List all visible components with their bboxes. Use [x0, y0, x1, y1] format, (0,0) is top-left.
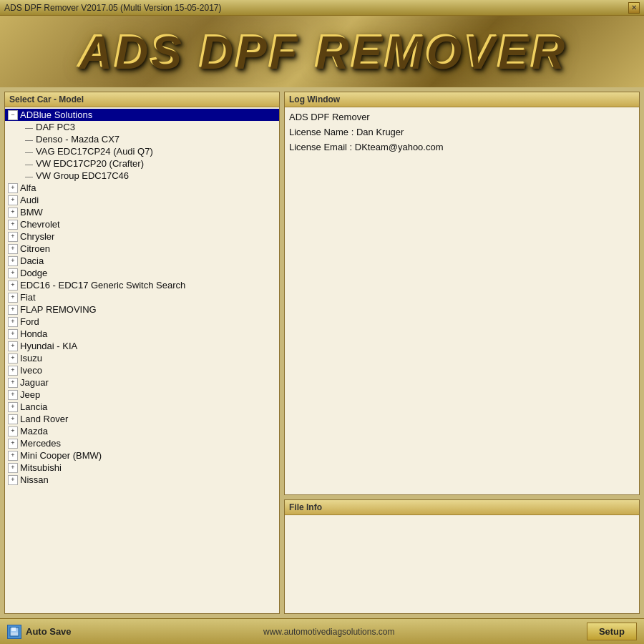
expand-icon[interactable]: +	[8, 232, 18, 242]
log-title: Log Window	[285, 92, 639, 107]
tree-child-item[interactable]: Denso - Mazda CX7	[5, 133, 279, 145]
expand-icon[interactable]: +	[8, 317, 18, 327]
expand-icon[interactable]: +	[8, 366, 18, 376]
tree-item-label: Fiat	[20, 292, 36, 303]
tree-item-mazda[interactable]: +Mazda	[5, 425, 279, 437]
website-text: www.automotivediagsolutions.com	[263, 627, 394, 637]
expand-icon[interactable]: +	[8, 195, 18, 205]
tree-area[interactable]: −ADBlue SolutionsDAF PC3Denso - Mazda CX…	[5, 107, 279, 613]
tree-item-label: Hyundai - KIA	[20, 341, 77, 351]
tree-item-label: Lancia	[20, 401, 47, 412]
expand-icon[interactable]: +	[8, 280, 18, 291]
select-car-title: Select Car - Model	[5, 92, 279, 107]
expand-icon[interactable]: +	[8, 244, 18, 254]
tree-item-label: FLAP REMOVING	[20, 304, 97, 315]
tree-item-nissan[interactable]: +Nissan	[5, 474, 279, 486]
auto-save-area: Auto Save	[7, 625, 72, 639]
tree-item-citroen[interactable]: +Citroen	[5, 243, 279, 255]
tree-item-ford[interactable]: +Ford	[5, 316, 279, 328]
right-panel: Log Window ADS DPF RemoverLicense Name :…	[284, 92, 640, 614]
tree-item-flap[interactable]: +FLAP REMOVING	[5, 303, 279, 316]
svg-rect-1	[11, 628, 16, 631]
left-panel: Select Car - Model −ADBlue SolutionsDAF …	[4, 92, 280, 614]
tree-item-isuzu[interactable]: +Isuzu	[5, 352, 279, 364]
save-icon	[7, 625, 21, 639]
tree-item-label: Honda	[20, 328, 47, 339]
tree-item-label: Dodge	[20, 268, 47, 278]
expand-icon[interactable]: +	[8, 475, 18, 485]
expand-icon[interactable]: +	[8, 353, 18, 364]
tree-item-jeep[interactable]: +Jeep	[5, 389, 279, 401]
tree-item-mitsubishi[interactable]: +Mitsubishi	[5, 462, 279, 474]
expand-icon[interactable]: +	[8, 256, 18, 266]
tree-item-label: Jaguar	[20, 377, 49, 388]
tree-item-label: Alfa	[20, 182, 36, 193]
log-panel: Log Window ADS DPF RemoverLicense Name :…	[284, 92, 640, 495]
expand-icon[interactable]: +	[8, 378, 18, 388]
tree-item-label: Chevrolet	[20, 219, 60, 230]
tree-item-label: BMW	[20, 207, 43, 218]
svg-rect-2	[11, 633, 18, 635]
tree-item-label: Mazda	[20, 426, 48, 436]
tree-item-alfa[interactable]: +Alfa	[5, 182, 279, 194]
expand-icon[interactable]: +	[8, 414, 18, 424]
tree-item-honda[interactable]: +Honda	[5, 328, 279, 340]
log-line: ADS DPF Remover	[289, 110, 635, 125]
expand-icon[interactable]: +	[8, 329, 18, 339]
expand-icon[interactable]: +	[8, 220, 18, 230]
tree-child-item[interactable]: VAG EDC17CP24 (Audi Q7)	[5, 145, 279, 157]
expand-icon[interactable]: −	[8, 110, 18, 120]
tree-item-minicooper[interactable]: +Mini Cooper (BMW)	[5, 449, 279, 462]
auto-save-label: Auto Save	[26, 626, 72, 637]
expand-icon[interactable]: +	[8, 268, 18, 278]
logo-text: ADS DPF REMOVER	[78, 25, 566, 78]
tree-item-adblue[interactable]: −ADBlue Solutions	[5, 109, 279, 121]
tree-item-label: Dacia	[20, 255, 44, 266]
tree-item-label: Land Rover	[20, 414, 68, 424]
status-bar: Auto Save www.automotivediagsolutions.co…	[0, 618, 644, 644]
tree-item-label: Mitsubishi	[20, 462, 62, 473]
tree-item-audi[interactable]: +Audi	[5, 194, 279, 206]
tree-item-bmw[interactable]: +BMW	[5, 206, 279, 218]
tree-item-label: Audi	[20, 195, 39, 205]
tree-item-label: Citroen	[20, 243, 50, 254]
expand-icon[interactable]: +	[8, 305, 18, 315]
tree-item-fiat[interactable]: +Fiat	[5, 291, 279, 303]
main-content: Select Car - Model −ADBlue SolutionsDAF …	[0, 87, 644, 618]
log-content: ADS DPF RemoverLicense Name : Dan Kruger…	[285, 107, 639, 494]
tree-item-label: Ford	[20, 316, 39, 327]
expand-icon[interactable]: +	[8, 463, 18, 473]
expand-icon[interactable]: +	[8, 426, 18, 436]
title-bar: ADS DPF Remover V2017.05 (Multi Version …	[0, 0, 644, 16]
tree-item-landrover[interactable]: +Land Rover	[5, 413, 279, 425]
tree-item-iveco[interactable]: +Iveco	[5, 364, 279, 376]
tree-item-edc16[interactable]: +EDC16 - EDC17 Generic Switch Search	[5, 279, 279, 291]
tree-child-item[interactable]: VW EDC17CP20 (Crafter)	[5, 157, 279, 170]
expand-icon[interactable]: +	[8, 293, 18, 303]
log-line: License Email : DKteam@yahoo.com	[289, 140, 635, 155]
expand-icon[interactable]: +	[8, 208, 18, 218]
tree-item-jaguar[interactable]: +Jaguar	[5, 376, 279, 389]
expand-icon[interactable]: +	[8, 183, 18, 193]
setup-button[interactable]: Setup	[587, 623, 637, 640]
tree-item-label: Nissan	[20, 474, 49, 485]
tree-item-chevrolet[interactable]: +Chevrolet	[5, 218, 279, 230]
tree-item-lancia[interactable]: +Lancia	[5, 401, 279, 413]
tree-item-label: Jeep	[20, 389, 40, 400]
tree-item-label: Chrysler	[20, 231, 54, 242]
tree-item-dacia[interactable]: +Dacia	[5, 255, 279, 267]
tree-item-mercedes[interactable]: +Mercedes	[5, 437, 279, 449]
tree-child-item[interactable]: DAF PC3	[5, 121, 279, 133]
expand-icon[interactable]: +	[8, 439, 18, 449]
tree-item-hyundai[interactable]: +Hyundai - KIA	[5, 340, 279, 352]
tree-item-chrysler[interactable]: +Chrysler	[5, 230, 279, 243]
expand-icon[interactable]: +	[8, 402, 18, 412]
tree-child-item[interactable]: VW Group EDC17C46	[5, 170, 279, 182]
expand-icon[interactable]: +	[8, 451, 18, 461]
tree-item-label: EDC16 - EDC17 Generic Switch Search	[20, 280, 185, 291]
file-info-title: File Info	[285, 500, 639, 515]
expand-icon[interactable]: +	[8, 341, 18, 351]
close-button[interactable]: ✕	[628, 2, 640, 14]
tree-item-dodge[interactable]: +Dodge	[5, 267, 279, 279]
expand-icon[interactable]: +	[8, 390, 18, 400]
